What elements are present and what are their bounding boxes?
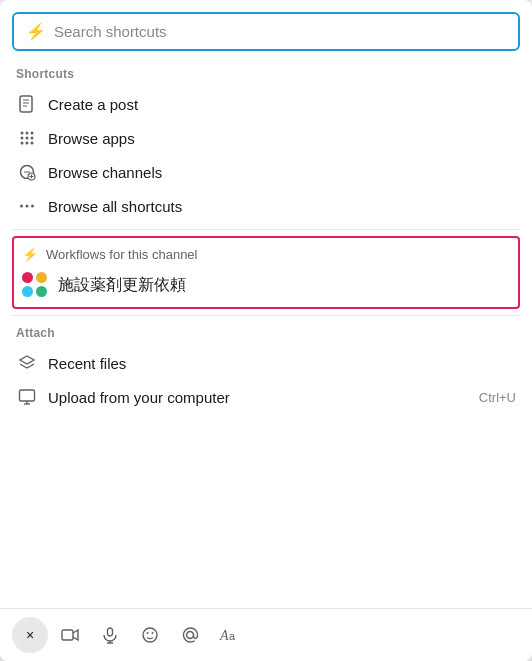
svg-point-5 bbox=[26, 132, 29, 135]
create-post-item[interactable]: Create a post bbox=[8, 87, 524, 121]
workflow-bolt-icon: ⚡ bbox=[22, 247, 38, 262]
browse-all-shortcuts-item[interactable]: Browse all shortcuts bbox=[8, 189, 524, 223]
svg-point-9 bbox=[31, 137, 34, 140]
popup-container: ⚡ Search shortcuts Shortcuts Create a po… bbox=[0, 0, 532, 661]
svg-rect-23 bbox=[20, 390, 35, 401]
dot-yellow bbox=[36, 272, 47, 283]
layers-icon bbox=[16, 352, 38, 374]
four-dot-icon bbox=[22, 272, 48, 298]
bolt-search-icon: ⚡ bbox=[26, 22, 46, 41]
mic-button[interactable] bbox=[92, 617, 128, 653]
shortcuts-section-label: Shortcuts bbox=[8, 63, 524, 87]
svg-marker-22 bbox=[20, 356, 34, 364]
format-button[interactable]: A a bbox=[212, 617, 248, 653]
recent-files-label: Recent files bbox=[48, 355, 126, 372]
attach-section-label: Attach bbox=[8, 322, 524, 346]
svg-rect-0 bbox=[20, 96, 32, 112]
mention-button[interactable] bbox=[172, 617, 208, 653]
create-post-label: Create a post bbox=[48, 96, 138, 113]
browse-channels-item[interactable]: Browse channels bbox=[8, 155, 524, 189]
main-content: ⚡ Search shortcuts Shortcuts Create a po… bbox=[0, 0, 532, 608]
document-icon bbox=[16, 93, 38, 115]
svg-point-21 bbox=[31, 205, 34, 208]
svg-point-31 bbox=[147, 632, 149, 634]
workflows-section: ⚡ Workflows for this channel 施設薬剤更新依頼 bbox=[12, 236, 520, 309]
svg-text:A: A bbox=[219, 628, 229, 643]
svg-point-10 bbox=[21, 142, 24, 145]
divider-1 bbox=[12, 229, 520, 230]
svg-point-20 bbox=[26, 205, 29, 208]
dot-blue bbox=[22, 286, 33, 297]
svg-rect-26 bbox=[62, 630, 73, 640]
browse-apps-label: Browse apps bbox=[48, 130, 135, 147]
svg-text:a: a bbox=[229, 630, 236, 642]
grid-icon bbox=[16, 127, 38, 149]
dots-icon bbox=[16, 195, 38, 217]
svg-point-30 bbox=[143, 628, 157, 642]
browse-apps-item[interactable]: Browse apps bbox=[8, 121, 524, 155]
browse-all-shortcuts-label: Browse all shortcuts bbox=[48, 198, 182, 215]
search-placeholder: Search shortcuts bbox=[54, 23, 167, 40]
search-bar[interactable]: ⚡ Search shortcuts bbox=[12, 12, 520, 51]
browse-channels-label: Browse channels bbox=[48, 164, 162, 181]
divider-2 bbox=[12, 315, 520, 316]
video-button[interactable] bbox=[52, 617, 88, 653]
workflow-header: ⚡ Workflows for this channel bbox=[14, 242, 518, 267]
upload-computer-item[interactable]: Upload from your computer Ctrl+U bbox=[8, 380, 524, 414]
upload-shortcut: Ctrl+U bbox=[479, 390, 516, 405]
recent-files-item[interactable]: Recent files bbox=[8, 346, 524, 380]
svg-rect-27 bbox=[108, 628, 113, 636]
dot-red bbox=[22, 272, 33, 283]
svg-point-12 bbox=[31, 142, 34, 145]
dot-green bbox=[36, 286, 47, 297]
workflow-item[interactable]: 施設薬剤更新依頼 bbox=[14, 267, 518, 303]
svg-point-19 bbox=[20, 205, 23, 208]
workflow-header-label: Workflows for this channel bbox=[46, 247, 198, 262]
close-button[interactable]: × bbox=[12, 617, 48, 653]
toolbar: × bbox=[0, 608, 532, 661]
upload-computer-label: Upload from your computer bbox=[48, 389, 230, 406]
svg-point-8 bbox=[26, 137, 29, 140]
hash-settings-icon bbox=[16, 161, 38, 183]
workflow-item-label: 施設薬剤更新依頼 bbox=[58, 275, 186, 296]
svg-point-11 bbox=[26, 142, 29, 145]
svg-point-32 bbox=[152, 632, 154, 634]
svg-point-4 bbox=[21, 132, 24, 135]
svg-point-33 bbox=[187, 632, 194, 639]
emoji-button[interactable] bbox=[132, 617, 168, 653]
svg-point-6 bbox=[31, 132, 34, 135]
monitor-icon bbox=[16, 386, 38, 408]
svg-point-7 bbox=[21, 137, 24, 140]
